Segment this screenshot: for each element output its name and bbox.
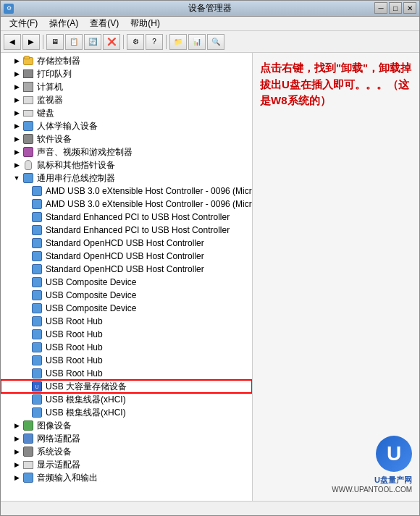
expand-icon-std-open3 bbox=[21, 265, 30, 274]
tree-item-image[interactable]: ▶ 图像设备 bbox=[1, 419, 252, 432]
logo-area: U U盘量产网 WWW.UPANTOOL.COM bbox=[332, 436, 412, 494]
help-button[interactable]: ? bbox=[146, 34, 163, 50]
tree-item-amd-usb1[interactable]: AMD USB 3.0 eXtensible Host Controller -… bbox=[1, 185, 252, 198]
icon-sound bbox=[22, 146, 34, 158]
icon-amd1 bbox=[31, 185, 43, 197]
sort-button[interactable]: 📊 bbox=[188, 34, 206, 50]
tree-item-usb-hub2[interactable]: USB Root Hub bbox=[1, 328, 252, 341]
icon-system bbox=[22, 446, 34, 457]
icon-hub5 bbox=[31, 368, 43, 379]
menu-view[interactable]: 查看(V) bbox=[84, 16, 125, 31]
back-button[interactable]: ◀ bbox=[4, 34, 21, 50]
label-hub2: USB Root Hub bbox=[46, 329, 103, 339]
expand-icon-network: ▶ bbox=[12, 434, 21, 443]
label-std-open2: Standard OpenHCD USB Host Controller bbox=[46, 251, 204, 261]
label-display: 显示适配器 bbox=[37, 459, 80, 471]
icon-comp3 bbox=[31, 303, 43, 314]
toolbar-separator-3 bbox=[166, 35, 167, 49]
label-std-pci1: Standard Enhanced PCI to USB Host Contro… bbox=[46, 212, 230, 222]
tree-item-network[interactable]: ▶ 网络适配器 bbox=[1, 432, 252, 445]
tree-item-amd-usb2[interactable]: AMD USB 3.0 eXtensible Host Controller -… bbox=[1, 198, 252, 211]
tree-item-computer[interactable]: ▶ 计算机 bbox=[1, 80, 252, 93]
expand-icon-std-open2 bbox=[21, 252, 30, 261]
expand-icon-storage: ▶ bbox=[12, 56, 21, 65]
expand-icon-image: ▶ bbox=[12, 421, 21, 430]
expand-icon-std-open1 bbox=[21, 239, 30, 248]
icon-comp1 bbox=[31, 276, 43, 288]
tree-item-software[interactable]: ▶ 软件设备 bbox=[1, 132, 252, 145]
status-bar bbox=[1, 501, 419, 515]
tree-item-std-pci2[interactable]: Standard Enhanced PCI to USB Host Contro… bbox=[1, 224, 252, 237]
tree-item-sound[interactable]: ▶ 声音、视频和游戏控制器 bbox=[1, 145, 252, 158]
forward-button[interactable]: ▶ bbox=[22, 34, 40, 50]
label-amd2: AMD USB 3.0 eXtensible Host Controller -… bbox=[46, 199, 253, 209]
content-area: ▶ 存储控制器 ▶ 打印队列 ▶ 计算机 bbox=[1, 53, 419, 501]
label-network: 网络适配器 bbox=[37, 433, 80, 445]
tree-item-std-open3[interactable]: Standard OpenHCD USB Host Controller bbox=[1, 263, 252, 276]
tree-item-usb-comp1[interactable]: USB Composite Device bbox=[1, 276, 252, 289]
tree-item-system[interactable]: ▶ 系统设备 bbox=[1, 445, 252, 458]
label-mouse: 鼠标和其他指针设备 bbox=[37, 159, 115, 172]
properties-button[interactable]: 📋 bbox=[65, 34, 83, 50]
tree-item-usb-xhci1[interactable]: USB 根集线器(xHCI) bbox=[1, 393, 252, 406]
menu-help[interactable]: 帮助(H) bbox=[125, 16, 166, 31]
label-xhci2: USB 根集线器(xHCI) bbox=[46, 407, 126, 419]
tree-item-usb-xhci2[interactable]: USB 根集线器(xHCI) bbox=[1, 406, 252, 419]
icon-std-open1 bbox=[31, 237, 43, 249]
remove-button[interactable]: ❌ bbox=[103, 34, 120, 50]
icon-usb-storage: U bbox=[31, 381, 43, 392]
tree-item-usb-root[interactable]: ▼ 通用串行总线控制器 bbox=[1, 172, 252, 185]
icon-amd2 bbox=[31, 198, 43, 210]
info-text: 点击右键，找到"卸载"，卸载掉拔出U盘在插入即可。。。（这是W8系统的） bbox=[260, 60, 412, 109]
menu-bar: 文件(F) 操作(A) 查看(V) 帮助(H) bbox=[1, 17, 419, 31]
tree-item-keyboard[interactable]: ▶ 键盘 bbox=[1, 106, 252, 119]
tree-item-mouse[interactable]: ▶ 鼠标和其他指针设备 bbox=[1, 158, 252, 172]
label-hub5: USB Root Hub bbox=[46, 368, 103, 378]
expand-icon-hub5 bbox=[21, 369, 30, 378]
toolbar-separator-1 bbox=[43, 35, 43, 49]
tree-item-usb-hub1[interactable]: USB Root Hub bbox=[1, 315, 252, 328]
settings-button[interactable]: ⚙ bbox=[127, 34, 144, 50]
label-usb-storage: USB 大容量存储设备 bbox=[46, 381, 127, 393]
tree-item-usb-hub3[interactable]: USB Root Hub bbox=[1, 341, 252, 354]
device-tree[interactable]: ▶ 存储控制器 ▶ 打印队列 ▶ 计算机 bbox=[1, 53, 253, 501]
tree-item-std-open1[interactable]: Standard OpenHCD USB Host Controller bbox=[1, 237, 252, 250]
tree-item-usb-hub5[interactable]: USB Root Hub bbox=[1, 367, 252, 380]
icon-software bbox=[22, 133, 34, 145]
close-button[interactable]: ✕ bbox=[403, 2, 416, 14]
tree-item-storage[interactable]: ▶ 存储控制器 bbox=[1, 54, 252, 67]
label-monitor: 监视器 bbox=[37, 94, 63, 106]
tree-item-hid[interactable]: ▶ 人体学输入设备 bbox=[1, 119, 252, 132]
view-button[interactable]: 📁 bbox=[169, 34, 187, 50]
tree-item-display[interactable]: ▶ 显示适配器 bbox=[1, 458, 252, 471]
icon-xhci1 bbox=[31, 394, 43, 405]
label-usb-root: 通用串行总线控制器 bbox=[37, 172, 115, 185]
search-button[interactable]: 🔍 bbox=[207, 34, 224, 50]
label-std-open3: Standard OpenHCD USB Host Controller bbox=[46, 264, 204, 274]
tree-item-std-pci1[interactable]: Standard Enhanced PCI to USB Host Contro… bbox=[1, 211, 252, 224]
maximize-button[interactable]: □ bbox=[389, 2, 402, 14]
menu-file[interactable]: 文件(F) bbox=[4, 16, 43, 31]
label-comp1: USB Composite Device bbox=[46, 277, 136, 287]
label-software: 软件设备 bbox=[37, 133, 72, 145]
window-title: 设备管理器 bbox=[188, 2, 232, 14]
tree-item-usb-comp3[interactable]: USB Composite Device bbox=[1, 302, 252, 315]
tree-item-printer[interactable]: ▶ 打印队列 bbox=[1, 67, 252, 80]
menu-action[interactable]: 操作(A) bbox=[43, 16, 84, 31]
refresh-button[interactable]: 🔄 bbox=[84, 34, 101, 50]
tree-item-usb-hub4[interactable]: USB Root Hub bbox=[1, 354, 252, 367]
expand-icon-comp3 bbox=[21, 304, 30, 313]
icon-keyboard bbox=[22, 107, 34, 119]
tree-item-monitor[interactable]: ▶ 监视器 bbox=[1, 93, 252, 106]
expand-icon-std-pci2 bbox=[21, 226, 30, 234]
tree-item-usb-comp2[interactable]: USB Composite Device bbox=[1, 289, 252, 302]
tree-item-audio[interactable]: ▶ 音频输入和输出 bbox=[1, 471, 252, 484]
icon-std-open3 bbox=[31, 263, 43, 275]
minimize-button[interactable]: ─ bbox=[374, 2, 387, 14]
logo-url: WWW.UPANTOOL.COM bbox=[332, 486, 412, 494]
tree-item-std-open2[interactable]: Standard OpenHCD USB Host Controller bbox=[1, 250, 252, 263]
expand-icon-hub4 bbox=[21, 356, 30, 365]
device-manager-button[interactable]: 🖥 bbox=[46, 34, 64, 50]
tree-item-usb-storage[interactable]: U USB 大容量存储设备 bbox=[1, 380, 252, 393]
expand-icon-sound: ▶ bbox=[12, 148, 21, 156]
